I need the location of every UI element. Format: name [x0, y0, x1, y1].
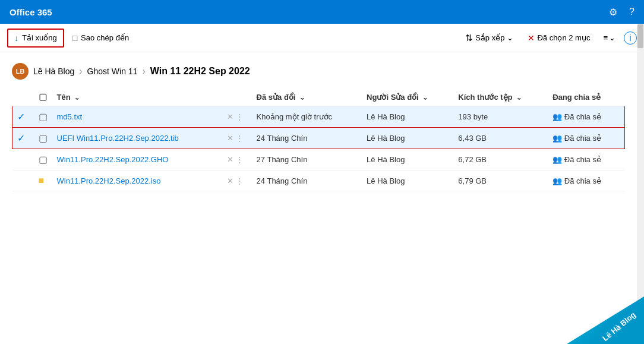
name-sort-icon: ⌄ [74, 94, 80, 101]
row-sharing: 👥 Đã chia sẻ [548, 149, 624, 171]
table-row[interactable]: ■Win11.Pro.22H2.Sep.2022.iso✕⋮24 Tháng C… [12, 171, 625, 191]
row-size: 6,43 GB [453, 128, 548, 149]
file-name-link[interactable]: UEFI Win11.Pro.22H2.Sep.2022.tib [57, 134, 179, 143]
table-row[interactable]: ✓▢UEFI Win11.Pro.22H2.Sep.2022.tib✕⋮24 T… [12, 128, 625, 149]
share-icon: 👥 [553, 112, 562, 121]
sort-chevron: ⌄ [507, 33, 513, 42]
modifier-sort-icon: ⌄ [422, 94, 428, 101]
row-sharing: 👥 Đã chia sẻ [548, 171, 624, 191]
row-modifier: Lê Hà Blog [362, 106, 453, 128]
row-actions[interactable]: ✕⋮ [222, 106, 252, 128]
row-file-icon: ▢ [34, 128, 52, 149]
main-content: LB Lê Hà Blog › Ghost Win 11 › Win 11 22… [0, 52, 644, 191]
file-icon: ▢ [39, 112, 48, 122]
table-row[interactable]: ✓▢md5.txt✕⋮Khoảng một giờ trướcLê Hà Blo… [12, 106, 625, 128]
row-sharing: 👥 Đã chia sẻ [548, 128, 624, 149]
iso-icon: ■ [39, 175, 45, 185]
app-title: Office 365 [10, 7, 52, 17]
row-check[interactable]: ✓ [12, 106, 34, 128]
row-check[interactable] [12, 149, 34, 171]
deselect-icon[interactable]: ✕ [528, 33, 535, 43]
more-chevron: ⌄ [609, 33, 615, 42]
share-icon: 👥 [553, 134, 562, 143]
header-modified[interactable]: Đã sửa đổi ⌄ [252, 88, 362, 106]
topbar-icons: ⚙ ? [609, 7, 634, 18]
header-modifier[interactable]: Người Sửa đổi ⌄ [362, 88, 453, 106]
breadcrumb-avatar: LB [12, 63, 29, 80]
more-action-icon[interactable]: ⋮ [236, 176, 244, 185]
more-button[interactable]: ≡ ⌄ [599, 31, 619, 45]
help-icon[interactable]: ? [629, 7, 634, 17]
row-size: 6,72 GB [453, 149, 548, 171]
file-name-link[interactable]: Win11.Pro.22H2.Sep.2022.GHO [57, 155, 169, 164]
file-table: ▢ Tên ⌄ Đã sửa đổi ⌄ Người Sửa đổi ⌄ Kíc… [12, 88, 625, 191]
row-file-icon: ▢ [34, 106, 52, 128]
copy-label: Sao chép đến [81, 33, 129, 42]
row-file-name[interactable]: Win11.Pro.22H2.Sep.2022.GHO [52, 149, 222, 171]
download-button[interactable]: ↓ Tải xuống [7, 29, 64, 48]
row-actions[interactable]: ✕⋮ [222, 128, 252, 149]
check-icon: ✓ [17, 112, 25, 122]
pin-icon[interactable]: ✕ [227, 176, 233, 185]
download-label: Tải xuống [22, 33, 57, 42]
topbar: Office 365 ⚙ ? [0, 0, 644, 24]
breadcrumb: LB Lê Hà Blog › Ghost Win 11 › Win 11 22… [12, 52, 625, 88]
pin-icon[interactable]: ✕ [227, 155, 233, 164]
scrollbar[interactable] [637, 24, 644, 344]
row-check[interactable] [12, 171, 34, 191]
check-icon: ✓ [17, 133, 25, 143]
row-file-name[interactable]: md5.txt [52, 106, 222, 128]
pin-icon[interactable]: ✕ [227, 112, 233, 121]
row-actions[interactable]: ✕⋮ [222, 149, 252, 171]
header-size[interactable]: Kích thước tệp ⌄ [453, 88, 548, 106]
breadcrumb-sep1: › [79, 66, 82, 77]
sort-icon: ⇅ [465, 33, 473, 43]
modified-sort-icon: ⌄ [299, 94, 305, 101]
more-action-icon[interactable]: ⋮ [236, 134, 244, 143]
share-icon: 👥 [553, 155, 562, 164]
watermark: Lê Hà Blog [567, 296, 644, 344]
scroll-thumb[interactable] [637, 24, 643, 48]
row-modified: Khoảng một giờ trước [252, 106, 362, 128]
info-button[interactable]: i [624, 31, 637, 45]
header-sharing: Đang chia sẻ [548, 88, 624, 106]
header-check [12, 88, 34, 106]
row-modified: 27 Tháng Chín [252, 149, 362, 171]
more-icon: ≡ [603, 33, 608, 42]
row-modifier: Lê Hà Blog [362, 171, 453, 191]
more-action-icon[interactable]: ⋮ [236, 112, 244, 121]
row-check[interactable]: ✓ [12, 128, 34, 149]
row-file-name[interactable]: Win11.Pro.22H2.Sep.2022.iso [52, 171, 222, 191]
breadcrumb-sep2: › [142, 66, 145, 77]
download-icon: ↓ [14, 33, 18, 43]
share-icon: 👥 [553, 176, 562, 185]
row-actions[interactable]: ✕⋮ [222, 171, 252, 191]
toolbar: ↓ Tải xuống □ Sao chép đến ⇅ Sắp xếp ⌄ ✕… [0, 24, 644, 52]
row-modified: 24 Tháng Chín [252, 171, 362, 191]
copy-icon: □ [72, 33, 77, 43]
file-name-link[interactable]: Win11.Pro.22H2.Sep.2022.iso [57, 176, 161, 185]
row-file-name[interactable]: UEFI Win11.Pro.22H2.Sep.2022.tib [52, 128, 222, 149]
header-icon: ▢ [34, 88, 52, 106]
row-file-icon: ■ [34, 171, 52, 191]
selected-badge: ✕ Đã chọn 2 mục [523, 31, 595, 45]
file-name-link[interactable]: md5.txt [57, 112, 83, 121]
breadcrumb-folder1[interactable]: Ghost Win 11 [87, 67, 138, 76]
more-action-icon[interactable]: ⋮ [236, 155, 244, 164]
settings-icon[interactable]: ⚙ [609, 7, 617, 18]
table-row[interactable]: ▢Win11.Pro.22H2.Sep.2022.GHO✕⋮27 Tháng C… [12, 149, 625, 171]
selected-label: Đã chọn 2 mục [537, 33, 590, 42]
row-modified: 24 Tháng Chín [252, 128, 362, 149]
sort-button[interactable]: ⇅ Sắp xếp ⌄ [460, 30, 518, 46]
table-header-row: ▢ Tên ⌄ Đã sửa đổi ⌄ Người Sửa đổi ⌄ Kíc… [12, 88, 625, 106]
row-file-icon: ▢ [34, 149, 52, 171]
file-icon: ▢ [39, 133, 48, 143]
header-name[interactable]: Tên ⌄ [52, 88, 222, 106]
row-modifier: Lê Hà Blog [362, 149, 453, 171]
breadcrumb-blog[interactable]: Lê Hà Blog [33, 67, 74, 76]
toolbar-right: ⇅ Sắp xếp ⌄ ✕ Đã chọn 2 mục ≡ ⌄ i [460, 30, 637, 46]
row-size: 6,79 GB [453, 171, 548, 191]
info-icon: i [629, 33, 631, 43]
pin-icon[interactable]: ✕ [227, 134, 233, 143]
copy-button[interactable]: □ Sao chép đến [67, 30, 135, 46]
